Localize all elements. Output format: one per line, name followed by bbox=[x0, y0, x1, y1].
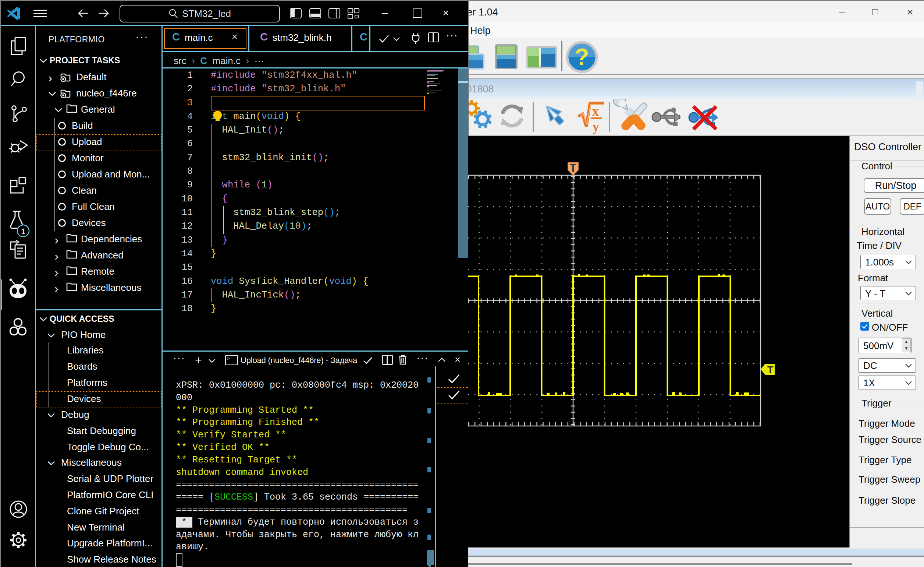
svg-text:x: x bbox=[592, 104, 599, 119]
svg-text:1: 1 bbox=[21, 227, 26, 236]
svg-text:y: y bbox=[592, 119, 599, 134]
svg-text:?: ? bbox=[574, 44, 589, 70]
svg-text:T: T bbox=[767, 364, 774, 376]
